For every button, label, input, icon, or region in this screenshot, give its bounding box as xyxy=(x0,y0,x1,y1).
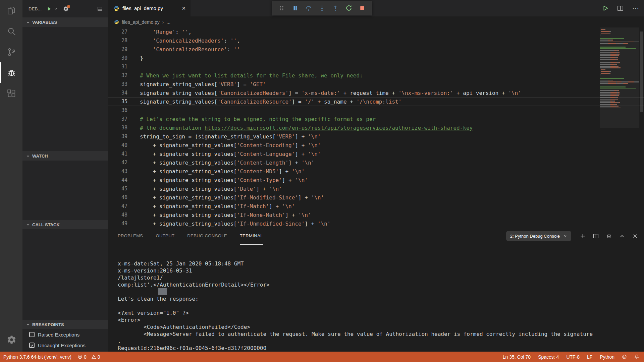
code-line-28[interactable]: 28 'CanonicalizedHeaders': '', xyxy=(108,36,644,45)
explorer-icon[interactable] xyxy=(0,0,22,21)
kill-terminal-trash-icon[interactable] xyxy=(606,233,612,239)
code-line-49[interactable]: 49 + signature_string_values['If-Unmodif… xyxy=(108,219,644,227)
breakpoint-item[interactable]: Uncaught Exceptions xyxy=(22,340,108,351)
code-editor[interactable]: 27 'Range': '',28 'CanonicalizedHeaders'… xyxy=(108,27,644,227)
language-mode[interactable]: Python xyxy=(600,354,614,360)
code-line-29[interactable]: 29 'CanonicalizedResource': '' xyxy=(108,45,644,54)
line-number[interactable]: 29 xyxy=(108,46,127,52)
eol-status[interactable]: LF xyxy=(587,354,592,360)
line-number[interactable]: 30 xyxy=(108,55,127,61)
feedback-smiley-icon[interactable] xyxy=(622,354,627,359)
search-icon[interactable] xyxy=(0,21,22,42)
checkbox-checked[interactable] xyxy=(29,343,35,348)
step-out-button[interactable] xyxy=(329,1,342,15)
breakpoint-item[interactable]: Raised Exceptions xyxy=(22,329,108,340)
code-line-40[interactable]: 40 + signature_string_values['Content-En… xyxy=(108,141,644,149)
notifications-bell-icon[interactable] xyxy=(634,354,639,359)
pause-button[interactable] xyxy=(288,1,302,15)
line-number[interactable]: 37 xyxy=(108,116,127,122)
code-line-31[interactable]: 31 xyxy=(108,62,644,71)
code-line-34[interactable]: 34signature_string_values['Canonicalized… xyxy=(108,88,644,97)
line-number[interactable]: 42 xyxy=(108,160,127,166)
code-line-43[interactable]: 43 + signature_string_values['Content-MD… xyxy=(108,167,644,176)
breadcrumb-file[interactable]: files_api_demo.py xyxy=(122,19,160,25)
debug-console-selector[interactable]: 2: Python Debug Console xyxy=(506,231,571,241)
close-tab-icon[interactable]: ✕ xyxy=(181,5,186,11)
indentation-status[interactable]: Spaces: 4 xyxy=(538,354,559,360)
panel-tab-terminal[interactable]: TERMINAL xyxy=(240,227,263,245)
line-number[interactable]: 33 xyxy=(108,81,127,87)
code-line-33[interactable]: 33signature_string_values['VERB'] = 'GET… xyxy=(108,80,644,88)
variables-section-header[interactable]: VARIABLES xyxy=(22,17,108,27)
split-terminal-icon[interactable] xyxy=(593,233,599,239)
code-line-41[interactable]: 41 + signature_string_values['Content-La… xyxy=(108,149,644,158)
maximize-panel-icon[interactable] xyxy=(619,233,625,239)
encoding-status[interactable]: UTF-8 xyxy=(566,354,580,360)
line-number[interactable]: 49 xyxy=(108,221,127,227)
line-number[interactable]: 41 xyxy=(108,151,127,157)
breakpoints-section-header[interactable]: BREAKPOINTS xyxy=(22,320,108,329)
terminal[interactable]: x-ms-date:Sat, 25 Jan 2020 05:18:48 GMTx… xyxy=(108,245,644,352)
start-debug-button[interactable] xyxy=(47,6,52,11)
minimap[interactable] xyxy=(600,29,639,227)
code-line-47[interactable]: 47 + signature_string_values['If-Match']… xyxy=(108,202,644,210)
line-number[interactable]: 44 xyxy=(108,177,127,183)
code-line-38[interactable]: 38# the documentation https://docs.micro… xyxy=(108,123,644,132)
code-line-46[interactable]: 46 + signature_string_values['If-Modifie… xyxy=(108,193,644,202)
call-stack-section-header[interactable]: CALL STACK xyxy=(22,220,108,229)
line-number[interactable]: 32 xyxy=(108,72,127,78)
code-line-45[interactable]: 45 + signature_string_values['Date'] + '… xyxy=(108,184,644,193)
line-number[interactable]: 40 xyxy=(108,142,127,148)
code-line-27[interactable]: 27 'Range': '', xyxy=(108,27,644,36)
run-debug-icon[interactable] xyxy=(0,62,22,83)
more-actions-icon[interactable]: ⋯ xyxy=(632,5,639,12)
line-number[interactable]: 35 xyxy=(108,99,127,105)
code-line-30[interactable]: 30} xyxy=(108,54,644,62)
code-line-44[interactable]: 44 + signature_string_values['Content-Ty… xyxy=(108,176,644,184)
restart-button[interactable] xyxy=(342,1,356,15)
problems-status[interactable]: 0 0 xyxy=(77,354,100,360)
cursor-position[interactable]: Ln 35, Col 70 xyxy=(503,354,531,360)
python-interpreter-status[interactable]: Python 3.7.6 64-bit ('venv': venv) xyxy=(3,354,71,360)
breadcrumb-ellipsis[interactable]: ... xyxy=(167,19,171,25)
line-number[interactable]: 43 xyxy=(108,168,127,174)
watch-section-header[interactable]: WATCH xyxy=(22,151,108,161)
debug-console-panel-icon[interactable] xyxy=(97,6,103,11)
split-editor-icon[interactable] xyxy=(617,5,624,11)
stop-button[interactable] xyxy=(356,1,369,15)
step-over-button[interactable] xyxy=(302,1,315,15)
line-number[interactable]: 36 xyxy=(108,107,127,113)
code-line-37[interactable]: 37# Let's create the string to be signed… xyxy=(108,115,644,123)
editor-scrollbar[interactable] xyxy=(640,32,643,112)
line-number[interactable]: 34 xyxy=(108,90,127,96)
line-number[interactable]: 47 xyxy=(108,203,127,209)
code-line-36[interactable]: 36 xyxy=(108,106,644,115)
debug-config-dropdown-icon[interactable] xyxy=(54,7,58,11)
line-number[interactable]: 31 xyxy=(108,64,127,70)
line-number[interactable]: 38 xyxy=(108,125,127,131)
source-control-icon[interactable] xyxy=(0,42,22,62)
checkbox-unchecked[interactable] xyxy=(29,332,35,337)
line-number[interactable]: 27 xyxy=(108,29,127,35)
code-line-48[interactable]: 48 + signature_string_values['If-None-Ma… xyxy=(108,210,644,219)
line-number[interactable]: 45 xyxy=(108,186,127,192)
code-line-42[interactable]: 42 + signature_string_values['Content-Le… xyxy=(108,158,644,167)
line-number[interactable]: 46 xyxy=(108,194,127,200)
extensions-icon[interactable] xyxy=(0,83,22,104)
run-python-file-icon[interactable] xyxy=(602,5,608,11)
code-line-39[interactable]: 39string_to_sign = (signature_string_val… xyxy=(108,132,644,141)
panel-tab-debug-console[interactable]: DEBUG CONSOLE xyxy=(187,227,227,245)
line-number[interactable]: 39 xyxy=(108,133,127,139)
settings-gear-icon[interactable] xyxy=(0,327,22,352)
tab-files-api-demo[interactable]: files_api_demo.py ✕ xyxy=(108,0,191,16)
line-number[interactable]: 28 xyxy=(108,38,127,44)
panel-tab-output[interactable]: OUTPUT xyxy=(156,227,174,245)
code-line-32[interactable]: 32# When we just want to list details fo… xyxy=(108,71,644,80)
line-number[interactable]: 48 xyxy=(108,212,127,218)
step-into-button[interactable] xyxy=(315,1,329,15)
code-line-35[interactable]: 35signature_string_values['Canonicalized… xyxy=(108,97,644,106)
panel-tab-problems[interactable]: PROBLEMS xyxy=(118,227,143,245)
toolbar-gripper-icon[interactable] xyxy=(275,1,288,15)
new-terminal-icon[interactable] xyxy=(580,233,586,239)
close-panel-icon[interactable] xyxy=(632,233,638,239)
